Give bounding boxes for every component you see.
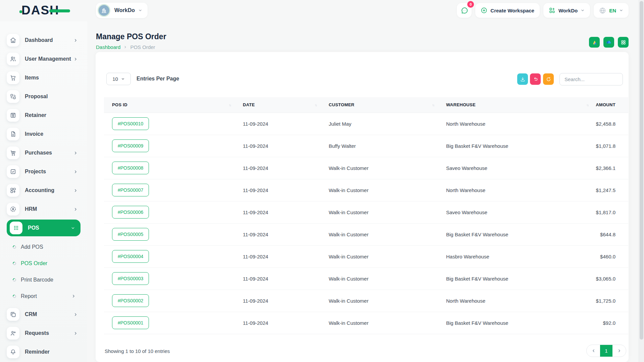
- pos-id-cell: #POS00002: [104, 290, 235, 312]
- sidebar-item-retainer[interactable]: Retainer: [0, 106, 87, 125]
- pos-id-badge[interactable]: #POS00003: [112, 272, 149, 285]
- onedrive-button[interactable]: [603, 37, 614, 48]
- header-amount[interactable]: AMOUNT: [592, 97, 628, 113]
- submenu-item-label: Report: [21, 293, 37, 299]
- cart-icon: [7, 71, 19, 84]
- warehouse-cell: Saveo Warehouse: [438, 157, 592, 179]
- pos-id-cell: #POS00003: [104, 267, 235, 290]
- chevron-right-icon: [73, 57, 78, 61]
- pos-id-badge[interactable]: #POS00001: [112, 316, 149, 329]
- previous-page-button[interactable]: [587, 345, 600, 357]
- table-header-row: POS ID↑↓ DATE↑↓ CUSTOMER↑↓ WAREHOUSE↑↓ A…: [104, 97, 628, 113]
- undo-button[interactable]: [530, 73, 541, 85]
- pos-id-badge[interactable]: #POS00004: [112, 250, 149, 263]
- table-row: #POS00005 11-09-2024 Walk-in Customer Bi…: [104, 223, 628, 245]
- warehouse-cell: Big Basket F&V Warehouse: [438, 312, 592, 334]
- scrollbar-thumb[interactable]: [640, 1, 643, 340]
- sort-icon[interactable]: ↑↓: [315, 103, 317, 107]
- plus-circle-icon: [481, 7, 487, 14]
- pos-id-badge[interactable]: #POS00010: [112, 117, 149, 130]
- breadcrumb: Dashboard POS Order: [96, 44, 155, 50]
- chevron-down-icon: [619, 8, 623, 12]
- export-button[interactable]: [517, 73, 528, 85]
- pos-id-badge[interactable]: #POS00007: [112, 184, 149, 196]
- workspace-name: WorkDo: [114, 7, 135, 13]
- topbar: DASH WorkDo 0 Create Workspace W: [0, 0, 644, 21]
- pos-id-badge[interactable]: #POS00008: [112, 162, 149, 174]
- sidebar-item-invoice[interactable]: Invoice: [0, 125, 87, 143]
- pos-id-cell: #POS00005: [104, 223, 235, 245]
- sidebar-item-reminder[interactable]: Reminder: [0, 343, 87, 361]
- amount-cell: $2,458.8: [592, 113, 628, 135]
- refresh-button[interactable]: [543, 73, 554, 85]
- page-number-button[interactable]: 1: [600, 345, 612, 357]
- submenu-item-add-pos[interactable]: Add POS: [0, 239, 87, 255]
- pos-id-badge[interactable]: #POS00009: [112, 139, 149, 152]
- page-scrollbar[interactable]: [639, 0, 644, 362]
- submenu-item-print-barcode[interactable]: Print Barcode: [0, 272, 87, 288]
- sidebar-item-requests[interactable]: Requests: [0, 324, 87, 343]
- submenu-item-pos-order[interactable]: POS Order: [0, 255, 87, 272]
- customer-cell: Juliet May: [321, 113, 438, 135]
- floppy-disk-icon: [7, 109, 19, 122]
- customer-cell: Walk-in Customer: [321, 245, 438, 267]
- quick-actions: [589, 37, 629, 48]
- check-square-icon: [7, 165, 19, 178]
- dash-logo[interactable]: DASH: [21, 3, 70, 17]
- sidebar-item-proposal[interactable]: Proposal: [0, 87, 87, 106]
- undo-arrow-icon: [533, 76, 538, 82]
- pos-id-badge[interactable]: #POS00006: [112, 206, 149, 219]
- warehouse-cell: North Warehouse: [438, 179, 592, 201]
- submenu-item-report[interactable]: Report: [0, 288, 87, 304]
- submenu-item-label: Add POS: [21, 244, 43, 250]
- sidebar-item-purchases[interactable]: Purchases: [0, 143, 87, 162]
- header-date[interactable]: DATE↑↓: [235, 97, 321, 113]
- google-drive-button[interactable]: [589, 37, 600, 48]
- entries-per-page-select[interactable]: 10: [106, 73, 131, 85]
- sort-icon[interactable]: ↑↓: [432, 103, 434, 107]
- submenu-item-label: POS Order: [21, 260, 47, 266]
- grid-plus-icon: [7, 184, 19, 197]
- workspace-switcher-button[interactable]: WorkDo: [543, 3, 590, 18]
- sidebar-item-accounting[interactable]: Accounting: [0, 181, 87, 200]
- language-code: EN: [609, 8, 616, 13]
- showing-entries-text: Showing 1 to 10 of 10 entries: [105, 348, 170, 354]
- header-customer[interactable]: CUSTOMER↑↓: [321, 97, 438, 113]
- pos-id-badge[interactable]: #POS00002: [112, 294, 149, 307]
- date-cell: 11-09-2024: [235, 290, 321, 312]
- pos-table-body: #POS00010 11-09-2024 Juliet May North Wa…: [104, 113, 628, 334]
- workspace-selector[interactable]: WorkDo: [96, 3, 148, 18]
- sidebar-item-crm[interactable]: CRM: [0, 305, 87, 324]
- dots-grid-icon: [10, 222, 22, 234]
- bullet-icon: [12, 261, 17, 265]
- header-pos-id[interactable]: POS ID↑↓: [104, 97, 235, 113]
- table-row: #POS00006 11-09-2024 Walk-in Customer Sa…: [104, 201, 628, 223]
- next-page-button[interactable]: [612, 345, 626, 357]
- sort-icon[interactable]: ↑↓: [229, 103, 231, 107]
- chevron-right-icon: [73, 151, 78, 155]
- sidebar-item-hrm[interactable]: HRM: [0, 200, 87, 219]
- header-warehouse[interactable]: WAREHOUSE↑↓: [438, 97, 592, 113]
- sidebar-item-items[interactable]: Items: [0, 68, 87, 87]
- sidebar-item-label: Retainer: [25, 112, 46, 118]
- pos-submenu: Add POS POS Order Print Barcode Report: [0, 237, 87, 305]
- pos-id-cell: #POS00004: [104, 245, 235, 267]
- breadcrumb-dashboard-link[interactable]: Dashboard: [96, 44, 120, 50]
- sidebar-item-projects[interactable]: Projects: [0, 162, 87, 181]
- sidebar-item-pos[interactable]: POS: [7, 220, 80, 236]
- create-workspace-button[interactable]: Create Workspace: [475, 3, 540, 18]
- messages-button[interactable]: 0: [457, 3, 472, 18]
- pos-id-badge[interactable]: #POS00005: [112, 228, 149, 241]
- amount-cell: $3,065.0: [592, 267, 628, 290]
- pos-id-cell: #POS00006: [104, 201, 235, 223]
- amount-cell: $92.0: [592, 312, 628, 334]
- pos-id-cell: #POS00008: [104, 157, 235, 179]
- sort-icon[interactable]: ↑↓: [586, 103, 588, 107]
- sidebar-item-user-management[interactable]: User Management: [0, 50, 87, 68]
- customer-cell: Walk-in Customer: [321, 223, 438, 245]
- sidebar-item-dashboard[interactable]: Dashboard: [0, 31, 87, 50]
- language-selector[interactable]: EN: [594, 3, 629, 18]
- search-input[interactable]: [559, 73, 623, 85]
- grid-view-button[interactable]: [618, 37, 629, 48]
- date-cell: 11-09-2024: [235, 223, 321, 245]
